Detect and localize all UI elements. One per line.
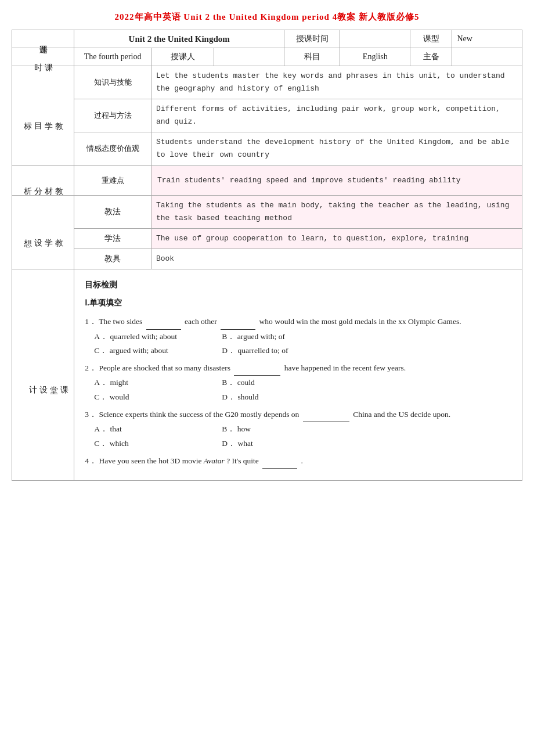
q1-option-b: B． argued with; of bbox=[222, 330, 326, 344]
q1-text-middle: each other bbox=[185, 317, 217, 326]
q1-option-d: D． quarrelled to; of bbox=[222, 344, 326, 358]
q2-options: A． might B． could bbox=[94, 376, 511, 390]
method1-label: 教法 bbox=[74, 195, 151, 228]
page-title: 2022年高中英语 Unit 2 the United Kingdom peri… bbox=[12, 12, 522, 23]
q1-text-before: The two sides bbox=[99, 317, 142, 326]
table-row-title: 课题 Unit 2 the United Kingdom 授课时间 课型 New bbox=[12, 30, 522, 48]
backup-label: 主备 bbox=[410, 48, 452, 66]
q1-options: A． quarreled with; about B． argued with;… bbox=[94, 330, 511, 344]
process-content: Different forms of activities, including… bbox=[151, 99, 522, 132]
label-jiaoxue-shexiang: 教学设想 bbox=[12, 195, 74, 269]
q3-option-c: C． which bbox=[94, 437, 199, 451]
tools-label: 教具 bbox=[74, 249, 151, 269]
time-value bbox=[340, 30, 410, 48]
table-row-method1: 教学设想 教法 Taking the students as the main … bbox=[12, 195, 522, 228]
knowledge-content: Let the students master the key words an… bbox=[151, 66, 522, 99]
table-row-difficulty: 教材分析 重难点 Train students' reading speed a… bbox=[12, 165, 522, 195]
label-keshi: 课时 bbox=[12, 48, 74, 66]
classroom-content: 目标检测 Ⅰ.单项填空 1． The two sides each other … bbox=[74, 269, 522, 481]
q4-text-after: . bbox=[301, 456, 303, 465]
q3-options: A． that B． how bbox=[94, 422, 511, 436]
table-row-process: 过程与方法 Different forms of activities, inc… bbox=[12, 99, 522, 132]
q1-text-after: who would win the most gold medals in th… bbox=[259, 317, 461, 326]
table-row-knowledge: 教学目标 知识与技能 Let the students master the k… bbox=[12, 66, 522, 99]
period-value: The fourth period bbox=[74, 48, 151, 66]
table-row-emotion: 情感态度价值观 Students understand the developm… bbox=[12, 132, 522, 165]
label-keti: 课题 bbox=[12, 30, 74, 48]
q2-options-cd: C． would D． should bbox=[94, 390, 511, 404]
type-value: New bbox=[452, 30, 522, 48]
tools-content: Book bbox=[151, 249, 522, 269]
method2-content: The use of group cooperation to learn, t… bbox=[151, 228, 522, 249]
backup-value bbox=[452, 48, 522, 66]
table-row-period: 课时 The fourth period 授课人 科目 English 主备 bbox=[12, 48, 522, 66]
q2-blank1 bbox=[234, 361, 280, 376]
table-row-method2: 学法 The use of group cooperation to learn… bbox=[12, 228, 522, 249]
q3-text-after: China and the US decide upon. bbox=[353, 410, 450, 419]
unit-name: Unit 2 the United Kingdom bbox=[74, 30, 284, 48]
teacher-label: 授课人 bbox=[151, 48, 214, 66]
q3-blank1 bbox=[303, 408, 349, 422]
q3-option-b: B． how bbox=[222, 422, 326, 436]
type-label: 课型 bbox=[410, 30, 452, 48]
process-label: 过程与方法 bbox=[74, 99, 151, 132]
q4-number: 4． bbox=[85, 456, 97, 465]
q1-options-cd: C． argued with; about D． quarrelled to; … bbox=[94, 344, 511, 358]
knowledge-label: 知识与技能 bbox=[74, 66, 151, 99]
subject-label: 科目 bbox=[284, 48, 340, 66]
main-table: 课题 Unit 2 the United Kingdom 授课时间 课型 New… bbox=[12, 30, 522, 481]
table-row-tools: 教具 Book bbox=[12, 249, 522, 269]
q2-option-c: C． would bbox=[94, 390, 199, 404]
question-2: 2． People are shocked that so many disas… bbox=[85, 361, 511, 404]
label-jiaoxue-mubiao: 教学目标 bbox=[12, 66, 74, 166]
section-header-mubiao: 目标检测 bbox=[85, 278, 511, 293]
q2-text-after: have happened in the recent few years. bbox=[284, 363, 406, 372]
question-1: 1． The two sides each other who would wi… bbox=[85, 315, 511, 358]
difficulty-content: Train students' reading speed and improv… bbox=[151, 165, 522, 195]
q4-blank1 bbox=[262, 454, 297, 469]
q1-option-a: A． quarreled with; about bbox=[94, 330, 199, 344]
label-jiaocai-fenxi: 教材分析 bbox=[12, 165, 74, 195]
q2-text-before: People are shocked that so many disaster… bbox=[99, 363, 230, 372]
subsection-danxiang: Ⅰ.单项填空 bbox=[85, 296, 511, 311]
subject-value: English bbox=[340, 48, 410, 66]
q3-text-before: Science experts think the success of the… bbox=[99, 410, 299, 419]
q4-text-before: Have you seen the hot 3D movie bbox=[99, 456, 201, 465]
question-3: 3． Science experts think the success of … bbox=[85, 408, 511, 451]
q3-option-a: A． that bbox=[94, 422, 199, 436]
q2-option-b: B． could bbox=[222, 376, 326, 390]
q3-option-d: D． what bbox=[222, 437, 326, 451]
q2-option-a: A． might bbox=[94, 376, 199, 390]
q4-text-middle: ? It's quite bbox=[226, 456, 259, 465]
q4-movie-title: Avatar bbox=[204, 456, 225, 465]
q3-options-cd: C． which D． what bbox=[94, 437, 511, 451]
q3-number: 3． bbox=[85, 410, 97, 419]
table-row-classroom: 课堂设计 目标检测 Ⅰ.单项填空 1． The two sides each o… bbox=[12, 269, 522, 481]
q1-blank1 bbox=[146, 315, 181, 329]
q2-number: 2． bbox=[85, 363, 97, 372]
q1-number: 1． bbox=[85, 317, 97, 326]
q2-option-d: D． should bbox=[222, 390, 326, 404]
teacher-value bbox=[214, 48, 284, 66]
emotion-content: Students understand the development hist… bbox=[151, 132, 522, 165]
emotion-label: 情感态度价值观 bbox=[74, 132, 151, 165]
q1-option-c: C． argued with; about bbox=[94, 344, 199, 358]
question-4: 4． Have you seen the hot 3D movie Avatar… bbox=[85, 454, 511, 469]
q1-blank2 bbox=[221, 315, 255, 329]
difficulty-label: 重难点 bbox=[74, 165, 151, 195]
time-label: 授课时间 bbox=[284, 30, 340, 48]
label-ketang-sheji: 课堂设计 bbox=[12, 269, 74, 481]
method1-content: Taking the students as the main body, ta… bbox=[151, 195, 522, 228]
method2-label: 学法 bbox=[74, 228, 151, 249]
